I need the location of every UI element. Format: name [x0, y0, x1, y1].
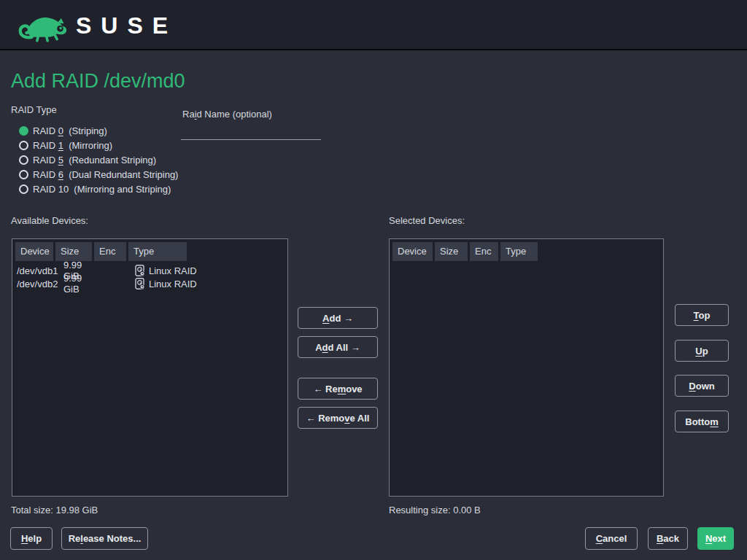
radio-raid-6[interactable]: RAID 6 (Dual Redundant Striping): [19, 167, 178, 182]
raid-type-label: RAID Type: [11, 104, 57, 115]
radio-raid-0[interactable]: RAID 0 (Striping): [19, 123, 178, 138]
partition-icon: [135, 278, 144, 289]
down-button[interactable]: Down: [675, 375, 729, 397]
page-title: Add RAID /dev/md0: [11, 70, 185, 93]
cell-size: 9.99 GiB: [63, 273, 100, 295]
cell-type: Linux RAID: [135, 265, 197, 276]
next-button[interactable]: Next: [697, 527, 734, 550]
raid-type-group: RAID 0 (Striping) RAID 1 (Mirroring) RAI…: [19, 123, 178, 196]
radio-label: RAID 10 (Mirroring and Striping): [33, 184, 171, 195]
selected-devices-label: Selected Devices:: [389, 215, 465, 226]
radio-label: RAID 1 (Mirroring): [33, 140, 112, 151]
partition-icon: [135, 265, 144, 276]
column-header-type: Type: [128, 242, 187, 261]
radio-raid-5[interactable]: RAID 5 (Redundant Striping): [19, 152, 178, 167]
resulting-size-text: Resulting size: 0.00 B: [389, 505, 481, 516]
cell-type-label: Linux RAID: [149, 265, 197, 276]
radio-icon: [19, 155, 28, 165]
radio-icon: [19, 184, 28, 194]
radio-raid-10[interactable]: RAID 10 (Mirroring and Striping): [19, 182, 178, 196]
radio-label: RAID 5 (Redundant Striping): [33, 155, 156, 166]
table-row[interactable]: /dev/vdb2 9.99 GiB Linux RAID: [17, 277, 287, 290]
radio-icon: [19, 126, 28, 136]
add-all-button[interactable]: Add All →: [298, 336, 378, 358]
remove-button[interactable]: ← Remove: [298, 378, 378, 400]
selected-devices-table[interactable]: Device Size Enc Type: [389, 238, 664, 497]
table-body: /dev/vdb1 9.99 GiB Linux RAID /dev/vdb2 …: [12, 261, 287, 290]
bottom-button[interactable]: Bottom: [675, 411, 729, 432]
help-button[interactable]: Help: [10, 527, 53, 550]
top-button[interactable]: Top: [675, 304, 729, 326]
chameleon-icon: [16, 9, 69, 42]
radio-label: RAID 6 (Dual Redundant Striping): [33, 169, 178, 180]
add-button[interactable]: Add →: [298, 307, 378, 329]
topbar: SUSE: [0, 0, 747, 50]
table-body: [390, 261, 663, 264]
table-header: Device Size Enc Type: [390, 239, 663, 261]
column-header-enc: Enc: [94, 242, 126, 261]
cell-device: /dev/vdb2: [17, 279, 63, 289]
logo-text: SUSE: [76, 9, 177, 42]
cell-device: /dev/vdb1: [17, 265, 63, 276]
radio-label: RAID 0 (Striping): [33, 125, 107, 136]
column-header-type: Type: [500, 242, 538, 261]
table-row[interactable]: /dev/vdb1 9.99 GiB Linux RAID: [17, 264, 287, 277]
suse-logo: SUSE: [16, 9, 177, 42]
raid-name-input[interactable]: [181, 124, 321, 140]
raid-name-label: Raid Name (optional): [182, 109, 272, 120]
available-devices-table[interactable]: Device Size Enc Type /dev/vdb1 9.99 GiB …: [12, 238, 288, 497]
column-header-enc: Enc: [470, 242, 498, 261]
column-header-device: Device: [15, 242, 53, 261]
cell-type: Linux RAID: [135, 278, 197, 289]
radio-raid-1[interactable]: RAID 1 (Mirroring): [19, 138, 178, 152]
column-header-size: Size: [55, 242, 92, 261]
table-header: Device Size Enc Type: [12, 239, 287, 261]
cancel-button[interactable]: Cancel: [585, 527, 638, 550]
radio-icon: [19, 170, 28, 179]
column-header-device: Device: [392, 242, 433, 261]
back-button[interactable]: Back: [648, 527, 688, 550]
total-size-text: Total size: 19.98 GiB: [11, 505, 98, 516]
release-notes-button[interactable]: Release Notes...: [61, 527, 148, 550]
cell-type-label: Linux RAID: [149, 279, 197, 289]
radio-icon: [19, 141, 28, 150]
available-devices-label: Available Devices:: [11, 215, 88, 226]
remove-all-button[interactable]: ← Remove All: [298, 407, 378, 429]
up-button[interactable]: Up: [675, 340, 729, 362]
column-header-size: Size: [435, 242, 468, 261]
